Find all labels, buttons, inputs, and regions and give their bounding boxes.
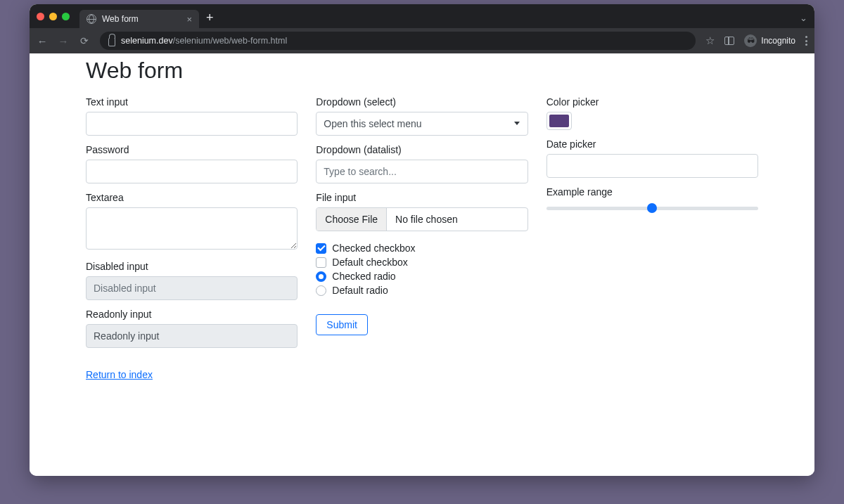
range-thumb[interactable] (647, 203, 657, 213)
url-path: /selenium/web/web-form.html (173, 36, 288, 46)
password-label: Password (86, 144, 298, 155)
incognito-icon: 🕶 (744, 34, 757, 47)
default-radio-label: Default radio (332, 285, 388, 296)
page-content: Web form Text input Password Textarea Di… (30, 53, 814, 476)
checked-radio[interactable] (316, 271, 326, 282)
text-input[interactable] (86, 112, 298, 136)
choose-file-button[interactable]: Choose File (316, 208, 387, 231)
browser-menu-button[interactable] (805, 36, 807, 46)
address-bar: ← → ⟳ selenium.dev/selenium/web/web-form… (30, 28, 814, 53)
bookmark-button[interactable]: ☆ (705, 34, 715, 47)
datalist-label: Dropdown (datalist) (316, 144, 528, 155)
color-picker-label: Color picker (546, 96, 758, 108)
close-tab-button[interactable]: × (186, 15, 192, 24)
readonly-input-label: Readonly input (86, 309, 298, 320)
page-title: Web form (86, 58, 758, 84)
url-domain: selenium.dev (121, 36, 173, 46)
reload-button[interactable]: ⟳ (79, 35, 90, 46)
tabs-dropdown-button[interactable]: ⌄ (800, 13, 807, 23)
form-column-2: Dropdown (select) Dropdown (datalist) Fi… (316, 96, 528, 380)
textarea-input[interactable] (86, 207, 298, 250)
default-checkbox-label: Default checkbox (332, 257, 407, 268)
incognito-indicator[interactable]: 🕶 Incognito (744, 34, 795, 47)
globe-icon (87, 14, 96, 24)
lock-icon (108, 38, 115, 46)
url-input[interactable]: selenium.dev/selenium/web/web-form.html (100, 32, 696, 50)
password-input[interactable] (86, 160, 298, 183)
browser-tab[interactable]: Web form × (79, 10, 199, 28)
range-label: Example range (546, 186, 758, 198)
range-input[interactable] (546, 202, 758, 214)
file-status: No file chosen (387, 208, 466, 231)
default-radio[interactable] (316, 285, 326, 296)
color-picker[interactable] (546, 112, 572, 130)
minimize-window-button[interactable] (49, 13, 57, 20)
file-input[interactable]: Choose File No file chosen (316, 207, 528, 231)
color-swatch (549, 115, 569, 127)
submit-button[interactable]: Submit (316, 314, 368, 335)
disabled-input (86, 276, 298, 300)
text-input-label: Text input (86, 96, 298, 108)
forward-button[interactable]: → (58, 35, 69, 47)
incognito-label: Incognito (761, 36, 795, 46)
tab-title: Web form (102, 14, 139, 24)
default-checkbox[interactable] (316, 257, 326, 268)
window-controls (37, 13, 70, 20)
file-input-label: File input (316, 192, 528, 203)
toolbar-right: ☆ 🕶 Incognito (705, 34, 807, 47)
maximize-window-button[interactable] (62, 13, 70, 20)
new-tab-button[interactable]: + (206, 11, 214, 24)
checked-radio-label: Checked radio (332, 271, 395, 282)
form-column-1: Text input Password Textarea Disabled in… (86, 96, 298, 380)
disabled-input-label: Disabled input (86, 261, 298, 272)
date-picker-input[interactable] (546, 154, 758, 178)
datalist-input[interactable] (316, 160, 528, 183)
back-button[interactable]: ← (37, 35, 48, 47)
side-panel-button[interactable] (724, 37, 734, 45)
form-column-3: Color picker Date picker Example range (546, 96, 758, 380)
textarea-label: Textarea (86, 192, 298, 203)
checked-checkbox-label: Checked checkbox (332, 243, 415, 254)
tab-strip: Web form × + ⌄ (30, 4, 814, 28)
date-picker-label: Date picker (546, 138, 758, 150)
select-input[interactable] (316, 112, 528, 136)
browser-window: Web form × + ⌄ ← → ⟳ selenium.dev/seleni… (30, 4, 814, 476)
return-to-index-link[interactable]: Return to index (86, 369, 298, 380)
readonly-input[interactable] (86, 324, 298, 348)
checked-checkbox[interactable] (316, 243, 326, 254)
close-window-button[interactable] (37, 13, 44, 20)
select-label: Dropdown (select) (316, 96, 528, 108)
